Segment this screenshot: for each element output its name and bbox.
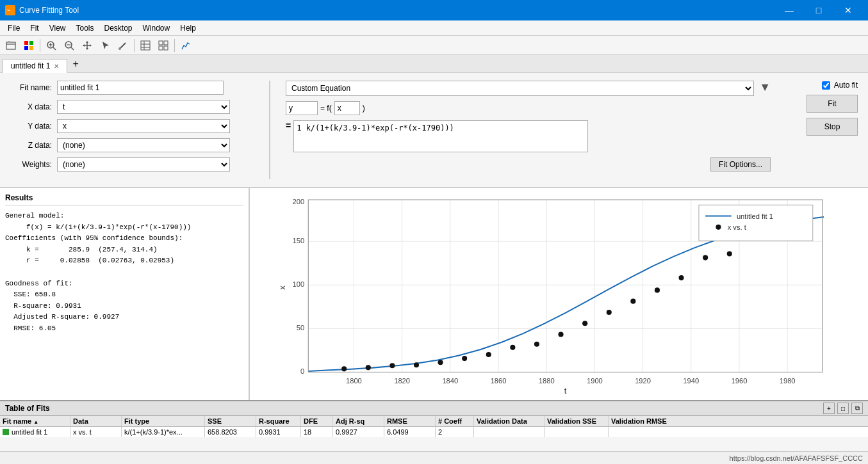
datapoint-1900 xyxy=(607,310,612,315)
menu-fit[interactable]: Fit xyxy=(25,21,44,35)
col-adjrsq: Adj R-sq xyxy=(333,416,384,426)
svg-rect-60 xyxy=(699,205,813,241)
svg-text:50: 50 xyxy=(297,324,304,332)
eq-formula-input[interactable]: 1 k/(1+(k/3.9-1)*exp(-r*(x-1790))) xyxy=(293,120,588,152)
toolbar-brush-btn[interactable] xyxy=(115,38,131,53)
svg-rect-27 xyxy=(164,46,168,50)
menu-tools[interactable]: Tools xyxy=(70,21,99,35)
col-data: Data xyxy=(70,416,122,426)
tab-label: untitled fit 1 xyxy=(11,61,50,70)
fit-controls: Fit name: X data: t Y data: x Z data: (n… xyxy=(0,73,868,188)
svg-point-63 xyxy=(716,225,721,230)
datapoint-1850 xyxy=(486,352,491,357)
table-detach-btn[interactable]: ⧉ xyxy=(851,403,863,414)
zdata-select[interactable]: (none) xyxy=(57,138,230,152)
menu-desktop[interactable]: Desktop xyxy=(99,21,138,35)
td-fitname: untitled fit 1 xyxy=(0,427,70,437)
datapoint-1810 xyxy=(389,363,395,368)
datapoint-1840 xyxy=(462,356,467,361)
sort-arrow-fitname: ▲ xyxy=(33,419,38,425)
svg-line-13 xyxy=(71,47,74,50)
col-ncoeff: # Coeff xyxy=(436,416,474,426)
toolbar-grid-btn[interactable] xyxy=(155,38,172,53)
svg-text:~: ~ xyxy=(6,7,10,14)
weights-select[interactable]: (none) xyxy=(57,157,230,172)
fit-options-button[interactable]: Fit Options... xyxy=(710,157,771,172)
ydata-select[interactable]: x xyxy=(57,119,230,133)
zdata-row: Z data: (none) xyxy=(10,138,254,152)
table-header-row: Fit name ▲ Data Fit type SSE R-square DF… xyxy=(0,416,868,427)
toolbar-open-btn[interactable] xyxy=(3,38,19,53)
equation-type-row: Custom Equation ▼ xyxy=(286,81,771,96)
window-title: Curve Fitting Tool xyxy=(19,6,774,15)
svg-text:200: 200 xyxy=(293,198,305,205)
ydata-row: Y data: x xyxy=(10,119,254,133)
toolbar-pan-btn[interactable] xyxy=(79,38,95,53)
toolbar-plot-btn[interactable] xyxy=(177,38,194,53)
toolbar-table-btn[interactable] xyxy=(137,38,154,53)
fit-color-indicator xyxy=(3,429,9,435)
app-icon: ~ xyxy=(5,5,15,15)
td-rmse: 6.0499 xyxy=(384,427,436,437)
close-button[interactable]: ✕ xyxy=(833,0,863,20)
table-add-btn[interactable]: + xyxy=(823,403,835,414)
svg-line-9 xyxy=(53,47,56,50)
equation-type-select[interactable]: Custom Equation xyxy=(286,81,754,96)
svg-rect-24 xyxy=(159,41,163,45)
results-text: General model: f(x) = k/(1+(k/3.9-1)*exp… xyxy=(5,211,243,335)
svg-text:1860: 1860 xyxy=(491,377,507,385)
svg-text:x vs. t: x vs. t xyxy=(728,223,747,231)
toolbar-color-btn[interactable] xyxy=(20,38,37,53)
svg-rect-6 xyxy=(24,46,28,50)
eq-f-label: = f( xyxy=(320,104,332,113)
toolbar-cursor-btn[interactable] xyxy=(97,38,113,53)
toolbar-zoom-out-btn[interactable] xyxy=(61,38,78,53)
fit-separator xyxy=(269,81,270,179)
results-panel: Results General model: f(x) = k/(1+(k/3.… xyxy=(0,188,250,400)
maximize-button[interactable]: □ xyxy=(804,0,833,20)
table-row[interactable]: untitled fit 1 x vs. t k/(1+(k/3.9-1)*ex… xyxy=(0,427,868,437)
zdata-label: Z data: xyxy=(10,141,52,150)
xdata-select[interactable]: t xyxy=(57,100,230,114)
svg-marker-16 xyxy=(86,48,88,50)
td-valsse xyxy=(545,427,609,437)
eq-y-input[interactable] xyxy=(286,101,318,115)
svg-text:untitled fit 1: untitled fit 1 xyxy=(737,212,773,220)
svg-text:1820: 1820 xyxy=(394,377,410,385)
minimize-button[interactable]: — xyxy=(774,0,804,20)
tab-close-icon[interactable]: ✕ xyxy=(54,63,59,70)
fit-right: Custom Equation ▼ = f( ) = 1 k/(1+(k/3.9… xyxy=(286,81,771,179)
svg-text:0: 0 xyxy=(300,367,304,375)
fit-button[interactable]: Fit xyxy=(807,95,858,113)
tab-add-button[interactable]: + xyxy=(67,56,83,72)
td-adjrsq: 0.9927 xyxy=(333,427,384,437)
table-fits-title: Table of Fits xyxy=(5,404,50,413)
autofit-checkbox[interactable] xyxy=(822,81,830,90)
menu-help[interactable]: Help xyxy=(175,21,201,35)
title-bar: ~ Curve Fitting Tool — □ ✕ xyxy=(0,0,868,20)
menu-bar: File Fit View Tools Desktop Window Help xyxy=(0,20,868,36)
svg-text:1840: 1840 xyxy=(442,377,458,385)
tab-untitled-fit-1[interactable]: untitled fit 1 ✕ xyxy=(3,59,67,73)
col-valdata: Validation Data xyxy=(474,416,545,426)
col-rsq: R-square xyxy=(256,416,301,426)
eq-x-input[interactable] xyxy=(334,101,360,115)
toolbar-sep-2 xyxy=(134,39,135,52)
table-window-btn[interactable]: □ xyxy=(837,403,849,414)
menu-file[interactable]: File xyxy=(3,21,25,35)
toolbar-zoom-btn[interactable] xyxy=(43,38,60,53)
datapoint-1880 xyxy=(558,332,563,337)
svg-rect-25 xyxy=(164,41,168,45)
svg-rect-5 xyxy=(29,41,33,45)
menu-window[interactable]: Window xyxy=(138,21,176,35)
col-sse: SSE xyxy=(205,416,256,426)
datapoint-1790 xyxy=(341,366,347,371)
fitname-input[interactable] xyxy=(57,81,224,95)
menu-view[interactable]: View xyxy=(44,21,71,35)
svg-text:1960: 1960 xyxy=(732,377,748,385)
eq-type-dropdown-icon[interactable]: ▼ xyxy=(759,81,771,96)
td-fittype: k/(1+(k/3.9-1)*ex... xyxy=(122,427,205,437)
stop-button[interactable]: Stop xyxy=(807,118,858,136)
svg-rect-7 xyxy=(29,46,33,50)
fit-options-row: Fit Options... xyxy=(286,157,771,172)
